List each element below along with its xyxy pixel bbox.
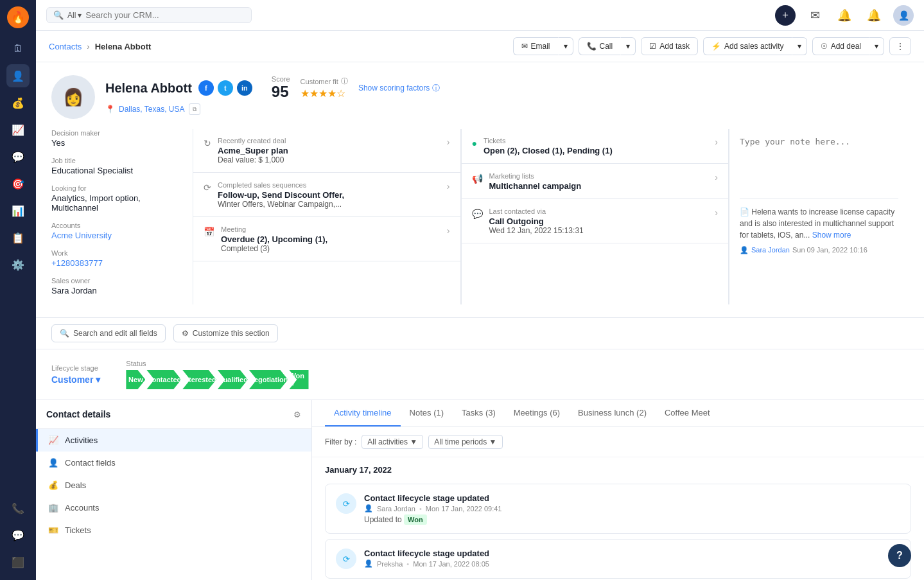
activity-icon-2: ⟳ xyxy=(336,549,356,569)
sidebar-item-files[interactable]: 📋 xyxy=(6,226,30,249)
pipeline-stage-interested[interactable]: Interested xyxy=(182,370,216,389)
last-contacted-card[interactable]: 💬 Last contacted via Call Outgoing Wed 1… xyxy=(462,200,729,243)
location-pin-icon: 📍 xyxy=(105,105,115,114)
search-bar[interactable]: 🔍 All ▾ xyxy=(46,7,252,23)
sales-activity-caret[interactable]: ▾ xyxy=(792,37,807,55)
user-avatar[interactable]: 👤 xyxy=(893,5,914,26)
settings-gear-icon[interactable]: ⚙ xyxy=(293,410,301,419)
sidebar-item-chat[interactable]: 💬 xyxy=(6,523,30,547)
sidebar-item-messages[interactable]: 💬 xyxy=(6,145,30,168)
breadcrumb-parent[interactable]: Contacts xyxy=(49,42,82,51)
note-time: Sun 09 Jan, 2022 10:16 xyxy=(792,245,867,256)
field-looking-for: Looking for Analytics, Import option, Mu… xyxy=(51,184,180,213)
sidebar-item-apps[interactable]: ⬛ xyxy=(6,550,30,574)
sidebar-item-goals[interactable]: 🎯 xyxy=(6,172,30,195)
sequences-card-content: ⟳ Completed sales sequences Follow-up, S… xyxy=(204,181,344,209)
deal-card-sub: Deal value: $ 1,000 xyxy=(218,155,288,164)
field-accounts: Accounts Acme University xyxy=(51,222,180,240)
pipeline-stage-new[interactable]: New xyxy=(126,370,145,389)
left-nav-activities[interactable]: 📈 Activities xyxy=(36,429,311,452)
notifications-icon[interactable]: 🔔 xyxy=(834,5,855,26)
left-nav-deals[interactable]: 💰 Deals xyxy=(36,474,311,497)
sidebar-item-reports[interactable]: 📊 xyxy=(6,199,30,222)
sidebar-item-settings[interactable]: ⚙️ xyxy=(6,253,30,276)
tickets-nav-label: Tickets xyxy=(65,525,91,535)
user-icon-2: 👤 xyxy=(364,559,373,568)
pipeline-stage-qualified[interactable]: Qualified xyxy=(218,370,248,389)
lifecycle-stage-value[interactable]: Customer ▾ xyxy=(51,374,100,385)
sidebar-item-home[interactable]: 🗓 xyxy=(6,37,30,60)
sidebar-item-deals[interactable]: 💰 xyxy=(6,91,30,114)
help-button[interactable]: ? xyxy=(888,544,911,567)
tickets-card-title: Tickets xyxy=(484,137,613,145)
email-button[interactable]: ✉ Email xyxy=(513,37,558,55)
tab-meetings[interactable]: Meetings (6) xyxy=(505,400,569,426)
left-nav-contact-fields[interactable]: 👤 Contact fields xyxy=(36,452,311,474)
call-button[interactable]: 📞 Call xyxy=(579,37,621,55)
more-actions-button[interactable]: ⋮ xyxy=(889,37,911,55)
linkedin-icon[interactable]: in xyxy=(237,80,252,96)
lifecycle-section: Lifecycle stage Customer ▾ Status New Co… xyxy=(36,349,924,400)
activity-row-2: ⟳ Contact lifecycle stage updated 👤 Prek… xyxy=(326,540,911,578)
account-value[interactable]: Acme University xyxy=(51,231,180,240)
tab-business-lunch[interactable]: Business lunch (2) xyxy=(569,400,656,426)
email-icon[interactable]: ✉ xyxy=(805,5,825,26)
left-nav-accounts[interactable]: 🏢 Accounts xyxy=(36,497,311,519)
alerts-icon[interactable]: 🔔 xyxy=(864,5,884,26)
call-caret[interactable]: ▾ xyxy=(620,37,636,55)
twitter-icon[interactable]: t xyxy=(218,80,233,96)
tab-activity-timeline[interactable]: Activity timeline xyxy=(325,400,401,426)
add-task-button[interactable]: ☑ Add task xyxy=(641,37,698,55)
tab-notes[interactable]: Notes (1) xyxy=(401,400,453,426)
app-logo[interactable]: 🔥 xyxy=(7,6,29,28)
sequences-card[interactable]: ⟳ Completed sales sequences Follow-up, S… xyxy=(193,173,460,217)
customize-section-button[interactable]: ⚙ Customize this section xyxy=(173,324,278,342)
search-filter-dropdown[interactable]: All ▾ xyxy=(67,11,82,20)
bottom-section: Contact details ⚙ 📈 Activities 👤 Contact… xyxy=(36,400,924,580)
last-contacted-icon: 💬 xyxy=(472,209,483,235)
notes-textarea[interactable] xyxy=(740,137,898,188)
show-scoring-factors[interactable]: Show scoring factors ⓘ xyxy=(358,83,440,94)
left-nav-tickets[interactable]: 🎫 Tickets xyxy=(36,519,311,541)
facebook-icon[interactable]: f xyxy=(198,80,214,96)
note-doc-icon: 📄 xyxy=(740,207,749,216)
meeting-card-text: Meeting Overdue (2), Upcoming (1), Compl… xyxy=(221,225,327,253)
sidebar-item-phone[interactable]: 📞 xyxy=(6,497,30,520)
tab-coffee-meet[interactable]: Coffee Meet xyxy=(656,400,719,426)
show-more-link[interactable]: Show more xyxy=(812,231,851,240)
tickets-card[interactable]: ● Tickets Open (2), Closed (1), Pending … xyxy=(462,129,729,164)
work-phone[interactable]: +1280383777 xyxy=(51,258,180,268)
social-icons: f t in xyxy=(198,80,252,96)
email-caret[interactable]: ▾ xyxy=(558,37,573,55)
filter-activities-chip[interactable]: All activities ▼ xyxy=(362,435,423,449)
pipeline-stage-negotiation[interactable]: Negotiation xyxy=(249,370,288,389)
sidebar-item-contacts[interactable]: 👤 xyxy=(6,64,30,87)
activity-title-2: Contact lifecycle stage updated xyxy=(364,549,900,558)
activity-time-2: Mon 17 Jan, 2022 08:05 xyxy=(413,560,489,568)
pipeline-stage-contacted[interactable]: Contacted xyxy=(146,370,181,389)
sidebar-item-analytics[interactable]: 📈 xyxy=(6,118,30,141)
tab-tasks[interactable]: Tasks (3) xyxy=(453,400,505,426)
customize-icon: ⚙ xyxy=(182,329,189,338)
meeting-card[interactable]: 📅 Meeting Overdue (2), Upcoming (1), Com… xyxy=(193,218,460,261)
marketing-card[interactable]: 📢 Marketing lists Multichannel campaign … xyxy=(462,164,729,199)
left-panel: Contact details ⚙ 📈 Activities 👤 Contact… xyxy=(36,400,312,580)
copy-icon[interactable]: ⧉ xyxy=(189,103,200,115)
add-sales-activity-button[interactable]: ⚡ Add sales activity xyxy=(703,37,792,55)
field-sales-owner: Sales owner Sara Jordan xyxy=(51,277,180,295)
add-deal-button[interactable]: ☉ Add deal xyxy=(812,37,869,55)
deal-card[interactable]: ↻ Recently created deal Acme_Super plan … xyxy=(193,129,460,173)
add-button[interactable]: ＋ xyxy=(775,5,796,26)
profile-avatar: 👩 xyxy=(51,75,95,119)
activity-content-1: Contact lifecycle stage updated 👤 Sara J… xyxy=(364,493,900,524)
search-edit-fields-button[interactable]: 🔍 Search and edit all fields xyxy=(51,324,166,342)
deal-caret[interactable]: ▾ xyxy=(869,37,884,55)
marketing-card-content: 📢 Marketing lists Multichannel campaign xyxy=(472,172,582,191)
location-link[interactable]: Dallas, Texas, USA xyxy=(119,105,185,114)
search-input[interactable] xyxy=(85,10,245,20)
profile-name-row: Helena Abbott f t in Score 95 xyxy=(105,75,909,101)
pipeline-stage-won[interactable]: Won ▼ xyxy=(289,370,308,389)
activity-item-2: ⟳ Contact lifecycle stage updated 👤 Prek… xyxy=(325,539,911,579)
deal-card-text: Recently created deal Acme_Super plan De… xyxy=(218,137,288,164)
filter-time-chip[interactable]: All time periods ▼ xyxy=(428,435,502,449)
